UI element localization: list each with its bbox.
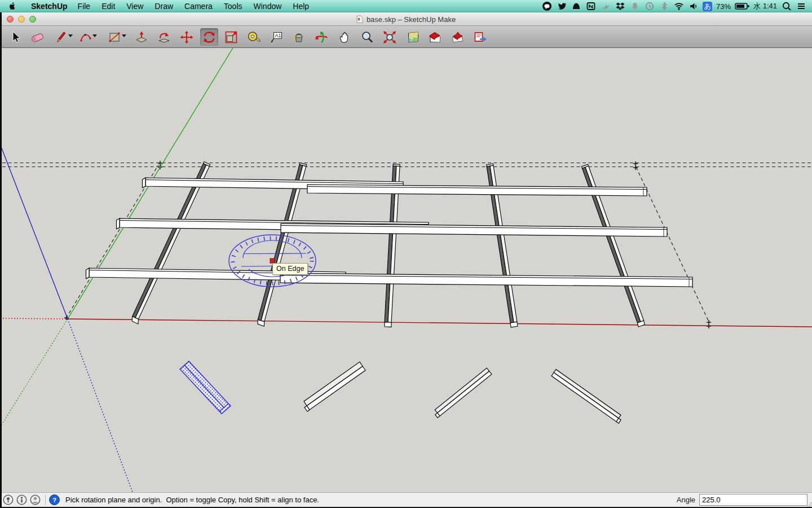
- board: [304, 362, 365, 411]
- tape-measure-icon: [247, 30, 262, 44]
- spotlight-icon[interactable]: [781, 2, 792, 11]
- board: [551, 369, 621, 423]
- menu-bar: SketchUp File Edit View Draw Camera Tool…: [0, 0, 812, 12]
- orbit-icon: [314, 30, 329, 44]
- bluetooth-icon[interactable]: [659, 2, 669, 11]
- menu-sketchup[interactable]: SketchUp: [25, 0, 72, 12]
- menu-tools[interactable]: Tools: [218, 0, 248, 12]
- rotate-icon: [202, 30, 217, 44]
- svg-text:A1: A1: [275, 33, 281, 38]
- add-location-button[interactable]: [404, 28, 422, 46]
- pencil-icon: [54, 30, 68, 44]
- blue-axis: [0, 144, 68, 319]
- menu-file[interactable]: File: [72, 0, 96, 12]
- toolbar: A1: [0, 26, 812, 48]
- window-title: base.skp – SketchUp Make: [367, 15, 456, 24]
- screen-left-edge: [0, 12, 2, 508]
- model-viewport[interactable]: [0, 48, 812, 492]
- rotate-tool-button[interactable]: [200, 28, 218, 46]
- menu-camera[interactable]: Camera: [179, 0, 218, 12]
- window-title-bar[interactable]: base.skp – SketchUp Make: [0, 12, 812, 26]
- rectangle-tool-dropdown[interactable]: [122, 34, 126, 37]
- time-machine-icon[interactable]: [644, 2, 655, 11]
- pushpull-tool-button[interactable]: [133, 28, 151, 46]
- text-tool-button[interactable]: A1: [267, 28, 285, 46]
- input-method-icon[interactable]: あ: [703, 2, 712, 11]
- line-tool-dropdown[interactable]: [68, 34, 73, 37]
- desktop: SketchUp File Edit View Draw Camera Tool…: [0, 0, 812, 508]
- zoom-icon: [360, 30, 374, 44]
- scale-icon: [224, 30, 238, 44]
- rotation-origin-point: [270, 259, 275, 263]
- volume-icon[interactable]: [688, 2, 699, 11]
- red-axis-negative: [0, 318, 67, 319]
- credits-button[interactable]: [16, 494, 27, 505]
- move-icon: [180, 30, 193, 44]
- zoom-tool-button[interactable]: [358, 28, 376, 46]
- zoom-extents-icon: [382, 30, 397, 44]
- angle-input[interactable]: [699, 494, 807, 506]
- statusbar-divider: [45, 495, 46, 505]
- arc-tool-dropdown[interactable]: [92, 34, 97, 37]
- blue-axis-negative: [68, 319, 139, 492]
- warehouse-icon: [427, 30, 442, 44]
- get-models-button[interactable]: [426, 28, 444, 46]
- share-model-button[interactable]: [449, 28, 467, 46]
- menu-window[interactable]: Window: [248, 0, 288, 12]
- help-button[interactable]: ?: [49, 494, 60, 505]
- red-axis: [67, 319, 812, 327]
- select-tool-button[interactable]: [7, 28, 25, 46]
- send-to-layout-button[interactable]: [471, 28, 489, 46]
- twitter-icon[interactable]: [556, 2, 567, 11]
- pushpull-icon: [135, 30, 148, 44]
- model-scene: [0, 48, 812, 492]
- paint-bucket-icon: [292, 30, 306, 44]
- notes-app-icon[interactable]: [585, 2, 596, 11]
- menu-edit[interactable]: Edit: [96, 0, 121, 12]
- svg-text:?: ?: [52, 497, 56, 503]
- angle-label: Angle: [677, 496, 695, 504]
- pan-tool-button[interactable]: [336, 28, 354, 46]
- menu-help[interactable]: Help: [287, 0, 315, 12]
- battery-percent: 73%: [716, 2, 731, 11]
- battery-icon: [735, 2, 749, 11]
- wifi-icon[interactable]: [673, 2, 684, 11]
- line-tool-button[interactable]: [52, 28, 70, 46]
- status-message: Pick rotation plane and origin. Option =…: [65, 496, 319, 504]
- bell-icon: [629, 2, 640, 11]
- layout-icon: [473, 30, 488, 44]
- eraser-icon: [30, 30, 45, 44]
- document-icon: [356, 15, 363, 23]
- map-icon: [407, 30, 420, 44]
- line-app-icon[interactable]: [541, 2, 552, 11]
- signin-button[interactable]: [30, 494, 41, 505]
- board: [435, 368, 492, 418]
- text-icon: A1: [270, 30, 283, 44]
- orbit-tool-button[interactable]: [312, 28, 330, 46]
- geolocation-button[interactable]: [3, 494, 14, 505]
- green-axis-negative: [0, 319, 68, 427]
- paint-bucket-tool-button[interactable]: [290, 28, 308, 46]
- move-tool-button[interactable]: [178, 28, 196, 46]
- menu-view[interactable]: View: [121, 0, 149, 12]
- inference-tooltip: On Edge: [272, 263, 308, 275]
- tape-measure-tool-button[interactable]: [245, 28, 263, 46]
- notification-center-icon[interactable]: [796, 2, 806, 11]
- status-bar: ? Pick rotation plane and origin. Option…: [0, 492, 812, 507]
- origami-icon: [600, 2, 611, 11]
- eraser-tool-button[interactable]: [28, 28, 46, 46]
- apple-menu-icon[interactable]: [8, 2, 16, 10]
- dropbox-icon[interactable]: [615, 2, 625, 11]
- menu-draw[interactable]: Draw: [149, 0, 179, 12]
- growl-icon[interactable]: [571, 2, 581, 11]
- arc-icon: [79, 30, 92, 44]
- select-arrow-icon: [9, 30, 23, 44]
- followme-tool-button[interactable]: [155, 28, 173, 46]
- selected-board[interactable]: [180, 361, 231, 414]
- followme-icon: [157, 30, 171, 44]
- rectangle-tool-button[interactable]: [105, 28, 123, 46]
- share-model-icon: [451, 30, 465, 44]
- zoom-extents-tool-button[interactable]: [381, 28, 399, 46]
- menu-clock[interactable]: 水 1:41: [753, 1, 777, 11]
- scale-tool-button[interactable]: [222, 28, 240, 46]
